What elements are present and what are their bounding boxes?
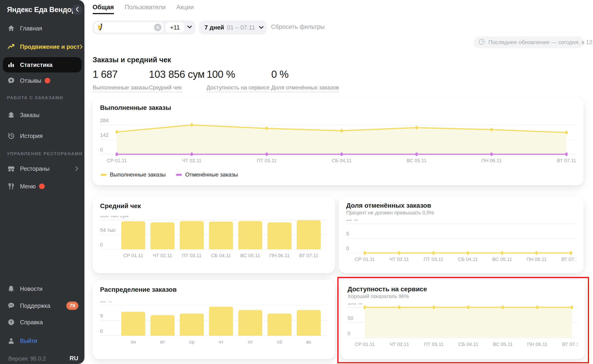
- period-range: 01 – 07.11: [227, 24, 255, 31]
- svg-text:284: 284: [100, 118, 109, 123]
- chevron-right-icon: [75, 166, 78, 171]
- kpi-value: 1 687: [93, 69, 148, 80]
- sidebar-item-label: Отзывы: [20, 77, 41, 84]
- legend-item-completed: Выполненные заказы: [101, 171, 166, 178]
- tab-users[interactable]: Пользователи: [125, 2, 166, 14]
- svg-text:вс: вс: [306, 339, 311, 344]
- trending-up-icon: [7, 43, 15, 51]
- sidebar-item-help[interactable]: ? Справка: [0, 314, 84, 330]
- sidebar-item-orders[interactable]: Заказы: [0, 107, 84, 123]
- sidebar-item-reviews[interactable]: Отзывы: [0, 73, 84, 88]
- card-subtitle: Хороший показатель 96%: [348, 293, 409, 299]
- kpi-label[interactable]: Доля отменённых заказов: [271, 84, 339, 92]
- sidebar-item-support[interactable]: Поддержка 79: [0, 298, 84, 313]
- svg-text:ЧТ 02.11: ЧТ 02.11: [390, 341, 409, 347]
- chevron-left-icon: [75, 6, 79, 13]
- svg-text:ВТ 07.11: ВТ 07.11: [299, 253, 318, 258]
- language-switcher[interactable]: RU: [70, 355, 78, 362]
- legend-label: Выполненные заказы: [110, 171, 166, 178]
- orders-distribution-card: Распределение заказов 18 %90пнвтсрчтптсб…: [93, 280, 335, 359]
- svg-text:0: 0: [100, 328, 103, 334]
- bar-chart-icon: [7, 61, 15, 69]
- cancelled-share-chart[interactable]: 10 %50СР 01.11ЧТ 02.11ПТ 03.11СБ 04.11ВС…: [346, 220, 576, 270]
- app-version: Версия: 95.0.2: [8, 355, 46, 362]
- svg-text:0: 0: [100, 242, 103, 248]
- chevron-down-icon: [259, 26, 264, 29]
- period-filter[interactable]: 7 дней 01 – 07.11: [199, 20, 267, 34]
- card-title: Средний чек: [100, 202, 141, 210]
- more-restaurants-chip[interactable]: +11: [166, 22, 184, 32]
- sidebar-collapse-button[interactable]: [72, 5, 82, 15]
- kpi-label[interactable]: Доступность на сервисе: [207, 84, 270, 92]
- svg-text:100 %: 100 %: [348, 303, 362, 306]
- svg-text:ВС 05.11: ВС 05.11: [493, 341, 513, 347]
- chart-legend: Выполненные заказы Отменённые заказы: [101, 171, 238, 178]
- svg-text:54 тыс: 54 тыс: [100, 227, 116, 233]
- sidebar-item-label: Меню: [20, 183, 36, 190]
- svg-text:9: 9: [100, 313, 103, 319]
- home-icon: [7, 24, 15, 32]
- sidebar-item-promotion[interactable]: Продвижение и рост: [0, 39, 84, 54]
- svg-text:0: 0: [100, 147, 103, 153]
- tab-general[interactable]: Общая: [93, 2, 114, 14]
- kpi-label[interactable]: Выполненные заказы: [93, 84, 148, 92]
- svg-text:18 %: 18 %: [100, 301, 112, 303]
- last-update-status: Последнее обновление — сегодня, в 12:12: [473, 36, 584, 48]
- svg-text:108 тыс сум: 108 тыс сум: [100, 216, 129, 218]
- svg-text:ПН 06.11: ПН 06.11: [526, 256, 547, 262]
- chevron-down-icon: [187, 25, 192, 30]
- svg-text:чт: чт: [219, 339, 223, 344]
- restaurant-filter[interactable]: +11: [93, 20, 195, 34]
- svg-text:ПН 06.11: ПН 06.11: [527, 341, 547, 347]
- availability-chart[interactable]: 100 %500СР 01.11ЧТ 02.11ПТ 03.11СБ 04.11…: [348, 303, 578, 356]
- kpi-label[interactable]: Средний чек: [149, 84, 182, 92]
- svg-text:ЧТ 02.11: ЧТ 02.11: [390, 256, 409, 262]
- svg-text:ЧТ 02.11: ЧТ 02.11: [153, 253, 172, 258]
- svg-text:10 %: 10 %: [346, 220, 358, 222]
- legend-label: Отменённые заказы: [185, 171, 238, 178]
- sidebar-item-label: Справка: [20, 319, 43, 326]
- kpi-value: 100 %: [207, 69, 270, 80]
- summary-heading: Заказы и средний чек: [93, 56, 171, 64]
- average-check-card: Средний чек 108 тыс сум54 тыс0СР 01.11ЧТ…: [93, 196, 335, 273]
- svg-text:СР 01.11: СР 01.11: [355, 256, 375, 262]
- svg-text:СР 01.11: СР 01.11: [355, 341, 375, 347]
- help-circle-icon: ?: [7, 318, 15, 326]
- card-title: Доступность на сервисе: [348, 286, 427, 293]
- last-update-text: Последнее обновление — сегодня, в 12:12: [488, 39, 593, 46]
- orders-distribution-chart[interactable]: 18 %90пнвтсрчтптсбвс: [100, 301, 328, 356]
- svg-text:ВТ 07.11: ВТ 07.11: [557, 158, 576, 163]
- reset-filters-button[interactable]: Сбросить фильтры: [271, 23, 324, 30]
- svg-text:пн: пн: [130, 339, 136, 344]
- svg-text:ПТ 03.11: ПТ 03.11: [424, 341, 444, 347]
- svg-text:ВС 05.11: ВС 05.11: [407, 158, 426, 163]
- kpi-cancelled-share: 0 % Доля отменённых заказов: [271, 69, 339, 92]
- top-tabs: Общая Пользователи Акции: [93, 2, 194, 14]
- restaurant-input[interactable]: [94, 22, 163, 32]
- reviews-icon: [7, 76, 15, 85]
- profile-icon: [7, 337, 15, 345]
- svg-text:50: 50: [348, 315, 353, 321]
- completed-orders-chart[interactable]: 2841420СР 01.11ЧТ 02.11ПТ 03.11СБ 04.11В…: [100, 118, 576, 172]
- sidebar-item-statistics[interactable]: Статистика: [3, 57, 82, 72]
- kpi-completed-orders: 1 687 Выполненные заказы: [93, 69, 148, 92]
- tab-promos[interactable]: Акции: [176, 2, 194, 14]
- svg-text:СБ 04.11: СБ 04.11: [332, 158, 352, 163]
- sidebar-item-history[interactable]: История: [0, 128, 84, 143]
- notification-dot: [45, 78, 50, 83]
- sidebar-item-home[interactable]: Главная: [0, 21, 84, 36]
- svg-text:?: ?: [10, 320, 12, 325]
- card-title: Доля отменённых заказов: [346, 202, 431, 209]
- history-clock-icon: [7, 132, 15, 140]
- sidebar-item-logout[interactable]: Выйти: [0, 333, 84, 348]
- sidebar-item-menu[interactable]: Меню: [0, 179, 84, 194]
- sidebar-item-news[interactable]: Новости: [0, 281, 84, 296]
- clear-filter-button[interactable]: [154, 24, 162, 31]
- average-check-chart[interactable]: 108 тыс сум54 тыс0СР 01.11ЧТ 02.11ПТ 03.…: [100, 216, 328, 269]
- card-title: Выполненные заказы: [100, 104, 171, 111]
- sidebar-item-restaurants[interactable]: Рестораны: [0, 161, 84, 176]
- card-title: Распределение заказов: [100, 286, 176, 293]
- chevron-right-icon: [80, 44, 83, 49]
- svg-text:ВТ 07.11: ВТ 07.11: [562, 341, 578, 347]
- svg-text:ср: ср: [189, 339, 194, 344]
